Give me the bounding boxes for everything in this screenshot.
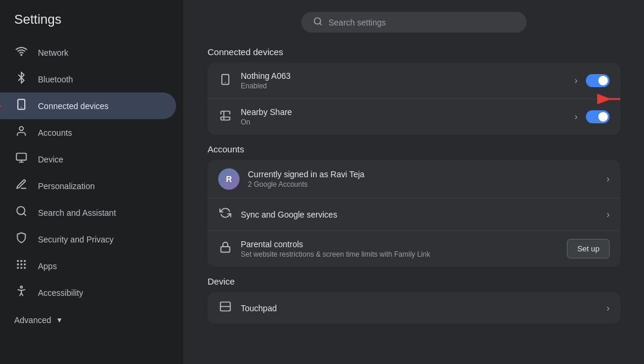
- svg-point-5: [20, 127, 24, 131]
- nearby-share-content: Nearby Share On: [241, 107, 566, 126]
- sidebar-item-apps-label: Apps: [38, 261, 57, 271]
- accessibility-icon: [14, 285, 28, 300]
- sidebar-item-accounts[interactable]: Accounts: [0, 119, 176, 146]
- sidebar-item-accessibility-label: Accessibility: [38, 288, 83, 298]
- personalization-icon: [14, 178, 28, 193]
- sidebar-item-personalization[interactable]: Personalization: [0, 173, 176, 199]
- accounts-icon: [14, 125, 28, 140]
- sidebar-item-accessibility[interactable]: Accessibility: [0, 279, 176, 306]
- svg-point-11: [20, 260, 22, 262]
- nearby-share-title: Nearby Share: [241, 107, 566, 117]
- touchpad-chevron-icon: ›: [607, 303, 610, 314]
- sidebar-item-connected-devices[interactable]: Connected devices: [0, 92, 176, 119]
- sidebar-item-network-label: Network: [38, 48, 68, 58]
- arrow-connected-devices: [0, 94, 6, 118]
- sidebar-item-search-assistant-label: Search and Assistant: [38, 208, 116, 218]
- apps-icon: [14, 258, 28, 273]
- advanced-chevron-icon: ▼: [56, 316, 63, 324]
- sidebar-item-security-privacy[interactable]: Security and Privacy: [0, 226, 176, 253]
- search-bar: [301, 12, 527, 33]
- sidebar-item-bluetooth[interactable]: Bluetooth: [0, 66, 176, 92]
- svg-point-0: [21, 55, 22, 56]
- sync-chevron-icon: ›: [607, 209, 610, 220]
- sidebar-item-connected-devices-label: Connected devices: [38, 101, 109, 111]
- parental-controls-subtitle: Set website restrictions & screen time l…: [241, 250, 559, 258]
- search-bar-container: [184, 0, 644, 42]
- arrow-nearby-share: [604, 93, 620, 135]
- parental-controls-content: Parental controls Set website restrictio…: [241, 240, 559, 258]
- accounts-section: Accounts R Currently signed in as Ravi T…: [208, 144, 620, 267]
- device-section-label: Device: [208, 276, 620, 286]
- sidebar-item-apps[interactable]: Apps: [0, 253, 176, 279]
- svg-point-14: [20, 263, 22, 265]
- sync-title: Sync and Google services: [241, 210, 598, 219]
- nothing-a063-subtitle: Enabled: [241, 82, 566, 90]
- nearby-share-toggle[interactable]: [586, 110, 610, 123]
- sidebar-item-search-assistant[interactable]: Search and Assistant: [0, 199, 176, 226]
- touchpad-title: Touchpad: [241, 304, 598, 313]
- connected-devices-card: Nothing A063 Enabled › Nearby Share: [208, 63, 620, 135]
- signed-in-chevron-icon: ›: [607, 174, 610, 184]
- svg-point-18: [24, 267, 25, 269]
- device-card: Touchpad ›: [208, 292, 620, 324]
- security-privacy-icon: [14, 232, 28, 247]
- search-icon: [313, 17, 323, 28]
- sync-row[interactable]: Sync and Google services ›: [208, 199, 620, 231]
- device-section: Device Touchpad ›: [208, 276, 620, 324]
- search-assistant-icon: [14, 205, 28, 220]
- signed-in-content: Currently signed in as Ravi Teja 2 Googl…: [248, 170, 598, 189]
- nearby-share-icon: [218, 110, 232, 124]
- connected-devices-section: Connected devices Nothing A063 Enabled ›: [208, 47, 620, 135]
- parental-controls-icon: [218, 241, 232, 256]
- avatar: R: [218, 168, 240, 190]
- svg-point-19: [20, 286, 22, 288]
- svg-point-12: [24, 260, 25, 262]
- svg-rect-25: [221, 247, 230, 252]
- svg-point-17: [20, 267, 22, 269]
- connected-devices-icon: [14, 98, 28, 113]
- svg-line-9: [24, 213, 26, 216]
- accounts-card: R Currently signed in as Ravi Teja 2 Goo…: [208, 160, 620, 267]
- sidebar-advanced[interactable]: Advanced ▼: [0, 308, 183, 332]
- device-icon: [14, 152, 28, 167]
- bluetooth-icon: [14, 72, 28, 87]
- sidebar-item-accounts-label: Accounts: [38, 128, 72, 138]
- sidebar-title: Settings: [0, 12, 183, 39]
- svg-rect-6: [17, 154, 27, 161]
- touchpad-icon: [218, 301, 232, 315]
- content-area: Connected devices Nothing A063 Enabled ›: [184, 42, 644, 364]
- nearby-share-subtitle: On: [241, 118, 566, 126]
- sidebar-item-device-label: Device: [38, 155, 63, 164]
- signed-in-subtitle: 2 Google Accounts: [248, 180, 598, 189]
- touchpad-row[interactable]: Touchpad ›: [208, 292, 620, 324]
- parental-controls-row[interactable]: Parental controls Set website restrictio…: [208, 231, 620, 267]
- connected-devices-section-label: Connected devices: [208, 47, 620, 57]
- signed-in-title: Currently signed in as Ravi Teja: [248, 170, 598, 179]
- sync-icon: [218, 207, 232, 222]
- parental-controls-title: Parental controls: [241, 240, 559, 249]
- sidebar-item-bluetooth-label: Bluetooth: [38, 75, 73, 84]
- nothing-a063-toggle[interactable]: [586, 74, 610, 87]
- nothing-a063-row[interactable]: Nothing A063 Enabled ›: [208, 63, 620, 99]
- sidebar-item-network[interactable]: Network: [0, 39, 176, 66]
- sidebar-item-security-privacy-label: Security and Privacy: [38, 235, 114, 244]
- svg-line-21: [320, 23, 321, 25]
- search-input[interactable]: [329, 18, 515, 27]
- sync-content: Sync and Google services: [241, 210, 598, 219]
- signed-in-row[interactable]: R Currently signed in as Ravi Teja 2 Goo…: [208, 160, 620, 199]
- sidebar-advanced-label: Advanced: [14, 315, 51, 325]
- nothing-a063-title: Nothing A063: [241, 71, 566, 81]
- svg-point-13: [17, 263, 19, 265]
- nearby-share-chevron-icon: ›: [575, 111, 578, 122]
- network-icon: [14, 45, 28, 60]
- svg-point-15: [24, 263, 25, 265]
- touchpad-content: Touchpad: [241, 304, 598, 313]
- nothing-a063-content: Nothing A063 Enabled: [241, 71, 566, 90]
- sidebar-item-device[interactable]: Device: [0, 146, 176, 173]
- phone-icon: [218, 74, 232, 88]
- sidebar: Settings Network Bluetooth Connected dev…: [0, 0, 184, 364]
- nothing-a063-chevron-icon: ›: [575, 75, 578, 86]
- setup-button[interactable]: Set up: [567, 239, 610, 258]
- nearby-share-row[interactable]: Nearby Share On ›: [208, 99, 620, 135]
- svg-point-16: [17, 267, 19, 269]
